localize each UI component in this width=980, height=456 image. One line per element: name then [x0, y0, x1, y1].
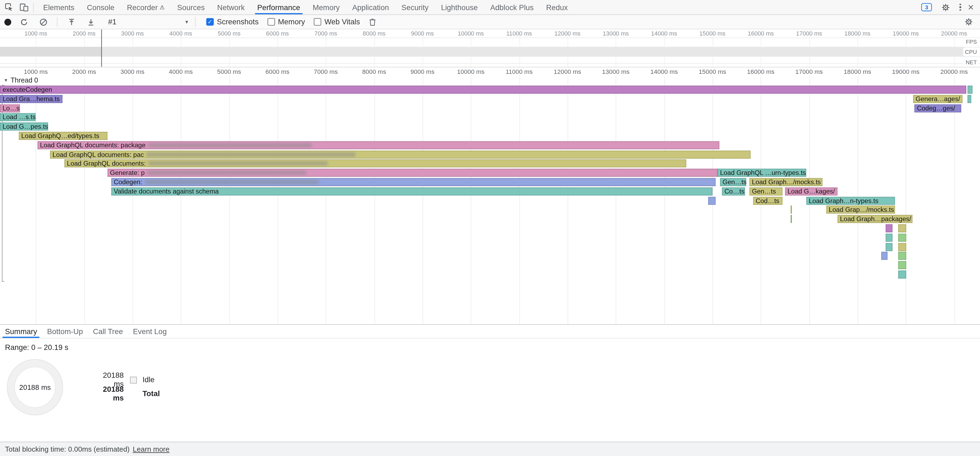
checkbox-memory[interactable]: Memory	[267, 17, 305, 26]
flame-event[interactable]: Cod…ts	[753, 197, 782, 205]
badge-count: 3	[925, 4, 928, 10]
reload-and-record-icon[interactable]	[17, 16, 30, 28]
divider	[33, 2, 33, 12]
flame-event[interactable]: Load G…pes.ts	[0, 122, 48, 131]
flame-event[interactable]: Load GraphQL documents:	[64, 160, 686, 168]
flame-event-label: Load Graph…n-types.ts	[807, 197, 881, 205]
tab-lighthouse[interactable]: Lighthouse	[435, 0, 484, 14]
inspect-element-icon[interactable]	[2, 1, 16, 13]
timeline-overview[interactable]: 1000 ms2000 ms3000 ms4000 ms5000 ms6000 …	[0, 29, 980, 67]
flame-event[interactable]: Load Graph…/mocks.ts	[749, 178, 822, 186]
console-messages-badge[interactable]: 3	[921, 3, 932, 11]
flame-event[interactable]	[898, 261, 907, 270]
flame-event[interactable]	[898, 224, 907, 232]
tab-bottom-up[interactable]: Bottom-Up	[42, 325, 88, 338]
tab-recorder[interactable]: Recorder⚠	[121, 0, 171, 14]
flame-event[interactable]: Validate documents against schema	[111, 187, 713, 195]
save-profile-icon[interactable]	[84, 16, 97, 28]
close-icon[interactable]: ×	[968, 2, 974, 12]
ruler-time-label: 10000 ms	[446, 68, 496, 76]
toolbar-checkboxes: ✓ScreenshotsMemoryWeb Vitals	[206, 17, 360, 26]
tab-network[interactable]: Network	[211, 0, 251, 14]
flame-event[interactable]: Load GraphQ…ed/types.ts	[19, 132, 108, 140]
checkbox-web-vitals[interactable]: Web Vitals	[314, 17, 360, 26]
flame-event[interactable]	[967, 95, 971, 103]
tab-event-log[interactable]: Event Log	[128, 325, 172, 338]
clear-recording-icon[interactable]	[37, 16, 50, 28]
flame-event[interactable]: executeCodegen	[0, 86, 966, 94]
trash-icon[interactable]	[366, 16, 379, 28]
warning-icon: ⚠	[160, 4, 165, 10]
flame-event[interactable]: Load Graph…n-types.ts	[807, 197, 895, 205]
flame-event[interactable]: Lo…s	[0, 104, 20, 112]
flame-event[interactable]	[898, 270, 907, 278]
overview-time-label: 1000 ms	[11, 30, 61, 37]
tab-summary[interactable]: Summary	[0, 325, 42, 338]
flame-event[interactable]: Load Gra…hema.ts	[0, 95, 63, 103]
tab-security[interactable]: Security	[395, 0, 435, 14]
flame-event[interactable]	[791, 206, 792, 214]
tab-memory[interactable]: Memory	[307, 0, 346, 14]
flame-event[interactable]: Load …s.ts	[0, 113, 35, 121]
flame-event[interactable]: Load GraphQL …urn-types.ts	[718, 169, 807, 177]
flame-event[interactable]	[881, 252, 888, 260]
flame-event[interactable]: Genera…ages/	[913, 95, 963, 103]
learn-more-link[interactable]: Learn more	[133, 445, 170, 453]
flame-event[interactable]: Codegen:	[111, 178, 716, 186]
flame-event-label: Codeg…ges/	[915, 104, 958, 112]
flame-event[interactable]	[886, 234, 892, 242]
settings-gear-icon[interactable]	[939, 1, 952, 13]
flame-gridline	[181, 75, 181, 324]
flame-event[interactable]: Load Graph…packages/	[838, 215, 912, 223]
flame-event[interactable]: Generate: p	[107, 169, 718, 177]
blocking-time-text: Total blocking time: 0.00ms (estimated)	[5, 445, 130, 453]
flame-event[interactable]	[886, 243, 892, 251]
overview-time-label: 6000 ms	[252, 30, 302, 37]
flame-event[interactable]: Co…ts	[722, 187, 745, 195]
tab-label: Lighthouse	[441, 3, 478, 11]
device-toolbar-icon[interactable]	[17, 1, 30, 13]
thread-header[interactable]: ▼ Thread 0	[4, 76, 38, 84]
tab-call-tree[interactable]: Call Tree	[88, 325, 128, 338]
flame-event[interactable]: Gen…ts	[749, 187, 783, 195]
flame-event[interactable]: Load G…kages/	[785, 187, 838, 195]
range-text: Range: 0 – 20.19 s	[5, 343, 68, 351]
flame-event-label: Load GraphQL …urn-types.ts	[718, 169, 807, 177]
performance-toolbar: #1 ▾ ✓ScreenshotsMemoryWeb Vitals	[0, 15, 980, 30]
tab-label: Memory	[313, 3, 340, 11]
flame-event[interactable]	[967, 86, 972, 94]
flame-event[interactable]: Load GraphQL documents: pac	[50, 150, 751, 159]
load-profile-icon[interactable]	[64, 16, 78, 28]
tab-sources[interactable]: Sources	[171, 0, 211, 14]
tab-label: Performance	[257, 3, 300, 11]
capture-settings-gear-icon[interactable]	[962, 16, 975, 28]
flame-event[interactable]	[791, 215, 792, 223]
flame-gridline	[422, 75, 423, 324]
tab-adblock-plus[interactable]: Adblock Plus	[484, 0, 540, 14]
overview-time-label: 10000 ms	[446, 30, 496, 37]
tab-elements[interactable]: Elements	[37, 0, 81, 14]
flame-event-label: Generate: p	[107, 169, 147, 177]
ruler-time-label: 14000 ms	[639, 68, 689, 76]
history-select[interactable]: #1 ▾	[108, 17, 188, 26]
flame-event[interactable]	[886, 224, 892, 232]
tab-redux[interactable]: Redux	[540, 0, 574, 14]
record-button[interactable]	[5, 18, 11, 25]
tabbar-left-icons	[0, 0, 37, 14]
flame-event[interactable]: Codeg…ges/	[915, 104, 961, 112]
checkbox-screenshots[interactable]: ✓Screenshots	[206, 17, 258, 26]
tab-application[interactable]: Application	[346, 0, 395, 14]
more-options-icon[interactable]	[959, 3, 961, 11]
flame-event[interactable]: Gen…ts	[720, 178, 746, 186]
flame-event[interactable]	[898, 243, 907, 251]
flame-event[interactable]	[898, 252, 907, 260]
flame-event[interactable]	[898, 234, 907, 242]
ruler-time-label: 1000 ms	[11, 68, 61, 76]
flame-event[interactable]: Load Grap…/mocks.ts	[826, 206, 895, 214]
flame-event-label: Co…ts	[722, 187, 745, 195]
tab-console[interactable]: Console	[81, 0, 121, 14]
tab-performance[interactable]: Performance	[251, 0, 307, 14]
flame-event[interactable]	[708, 197, 716, 205]
flame-event[interactable]: Load GraphQL documents: package	[37, 141, 719, 149]
flame-event-label: Load …s.ts	[0, 113, 35, 121]
